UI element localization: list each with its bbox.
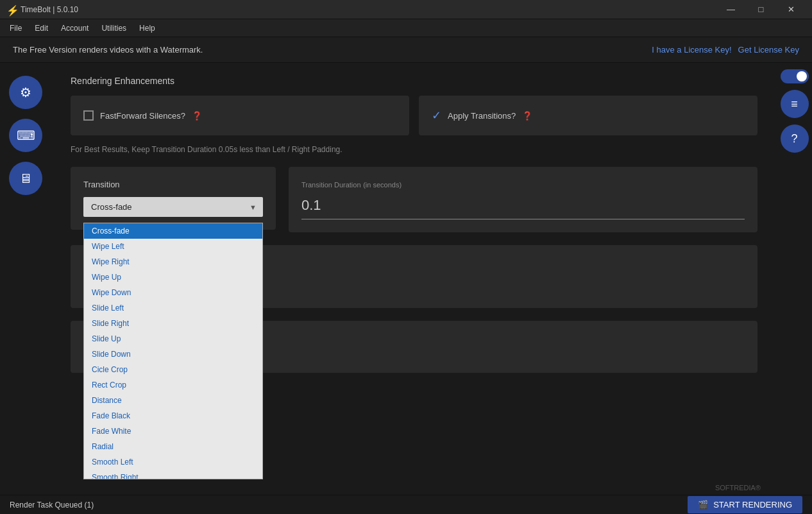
duration-panel: Transition Duration (in seconds) 0.1 <box>289 167 757 232</box>
menubar: File Edit Account Utilities Help <box>0 19 812 37</box>
get-license-link[interactable]: Get License Key <box>738 45 799 55</box>
menu-help[interactable]: Help <box>133 21 162 35</box>
keyboard-button[interactable]: ⌨ <box>9 119 42 152</box>
settings-button[interactable]: ⚙ <box>9 76 42 109</box>
transition-dropdown-wrapper: Cross-fade Wipe Left Wipe Right Wipe Up … <box>83 197 263 217</box>
dropdown-item-smoothleft[interactable]: Smooth Left <box>84 454 262 470</box>
start-rendering-button[interactable]: 🎬 START RENDERING <box>688 496 802 513</box>
apply-transitions-card: ✓ Apply Transitions? ❓ <box>419 96 757 135</box>
fast-forward-label: FastForward Silences? <box>100 111 185 121</box>
watermark: SOFTREDIA® <box>715 484 761 492</box>
minimize-button[interactable]: — <box>716 0 745 19</box>
film-icon: 🎬 <box>698 500 708 510</box>
dropdown-item-slideleft[interactable]: Slide Left <box>84 300 262 316</box>
dropdown-item-slideright[interactable]: Slide Right <box>84 316 262 331</box>
status-text: Render Task Queued (1) <box>10 501 94 510</box>
maximize-button[interactable]: □ <box>747 0 775 19</box>
dropdown-item-fadeblack[interactable]: Fade Black <box>84 408 262 424</box>
hint-text: For Best Results, Keep Transition Durati… <box>71 145 757 154</box>
monitor-icon: 🖥 <box>19 171 32 186</box>
duration-line <box>301 219 745 219</box>
dropdown-item-ciclecrop[interactable]: Cicle Crop <box>84 362 262 377</box>
transition-dropdown-list: Cross-fade Wipe Left Wipe Right Wipe Up … <box>83 223 263 479</box>
start-rendering-label: START RENDERING <box>713 500 792 510</box>
banner-links: I have a License Key! Get License Key <box>652 45 799 55</box>
list-icon: ≡ <box>791 98 798 111</box>
transition-label: Transition <box>83 180 263 189</box>
license-key-link[interactable]: I have a License Key! <box>652 45 731 55</box>
main-layout: ⚙ ⌨ 🖥 Rendering Enhancements FastForward… <box>0 63 812 495</box>
dropdown-item-crossfade[interactable]: Cross-fade <box>84 223 262 239</box>
menu-account[interactable]: Account <box>55 21 95 35</box>
dropdown-item-slidedown[interactable]: Slide Down <box>84 347 262 362</box>
help-button[interactable]: ? <box>781 124 809 153</box>
gear-icon: ⚙ <box>20 85 31 100</box>
right-sidebar: ≡ ? <box>777 63 812 495</box>
keyboard-icon: ⌨ <box>17 128 35 143</box>
transition-panel: Transition Cross-fade Wipe Left Wipe Rig… <box>71 167 276 230</box>
question-icon: ? <box>791 132 797 146</box>
list-button[interactable]: ≡ <box>781 90 809 118</box>
apply-transitions-help-icon[interactable]: ❓ <box>522 111 532 121</box>
app-title: TimeBolt | 5.0.10 <box>21 5 716 14</box>
fast-forward-card: FastForward Silences? ❓ <box>71 96 409 135</box>
dropdown-item-radial[interactable]: Radial <box>84 439 262 454</box>
banner-message: The Free Version renders videos with a W… <box>13 45 203 55</box>
transition-row: Transition Cross-fade Wipe Left Wipe Rig… <box>71 167 757 232</box>
dropdown-item-smoothright[interactable]: Smooth Right <box>84 470 262 479</box>
monitor-button[interactable]: 🖥 <box>9 162 42 195</box>
toggle-button[interactable] <box>781 69 809 83</box>
transition-select[interactable]: Cross-fade Wipe Left Wipe Right Wipe Up … <box>83 197 263 217</box>
dropdown-item-distance[interactable]: Distance <box>84 393 262 408</box>
menu-file[interactable]: File <box>3 21 28 35</box>
statusbar: Render Task Queued (1) 🎬 START RENDERING <box>0 495 812 514</box>
section-title: Rendering Enhancements <box>71 76 757 86</box>
fast-forward-checkbox[interactable] <box>83 110 94 121</box>
app-icon: ⚡ <box>6 4 17 15</box>
menu-edit[interactable]: Edit <box>28 21 55 35</box>
checkmark-icon: ✓ <box>432 108 441 123</box>
duration-label: Transition Duration (in seconds) <box>301 180 745 189</box>
window-controls: — □ ✕ <box>716 0 806 19</box>
dropdown-item-wipeup[interactable]: Wipe Up <box>84 270 262 285</box>
banner: The Free Version renders videos with a W… <box>0 37 812 63</box>
apply-transitions-label: Apply Transitions? <box>448 111 516 121</box>
dropdown-item-wipeleft[interactable]: Wipe Left <box>84 239 262 254</box>
titlebar: ⚡ TimeBolt | 5.0.10 — □ ✕ <box>0 0 812 19</box>
cards-row: FastForward Silences? ❓ ✓ Apply Transiti… <box>71 96 757 135</box>
close-button[interactable]: ✕ <box>777 0 806 19</box>
dropdown-item-fadewhite[interactable]: Fade White <box>84 424 262 439</box>
dropdown-item-slideup[interactable]: Slide Up <box>84 331 262 347</box>
content-area: Rendering Enhancements FastForward Silen… <box>51 63 777 495</box>
dropdown-item-wiperight[interactable]: Wipe Right <box>84 254 262 270</box>
duration-value: 0.1 <box>301 197 745 214</box>
menu-utilities[interactable]: Utilities <box>95 21 133 35</box>
fast-forward-help-icon[interactable]: ❓ <box>192 111 202 121</box>
left-sidebar: ⚙ ⌨ 🖥 <box>0 63 51 495</box>
dropdown-item-rectcrop[interactable]: Rect Crop <box>84 377 262 393</box>
dropdown-item-wipedown[interactable]: Wipe Down <box>84 285 262 300</box>
